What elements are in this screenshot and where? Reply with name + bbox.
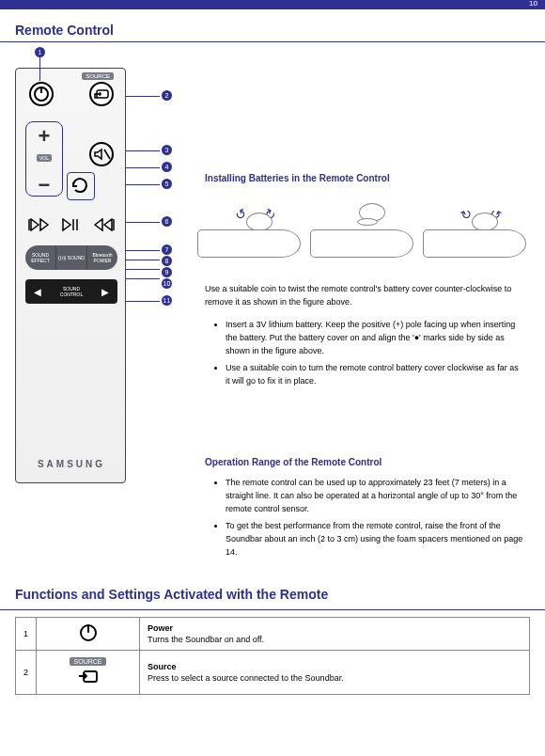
power-button[interactable] [29,82,54,106]
left-arrow-button[interactable]: ◀ [25,279,50,304]
callout-7: 7 [162,244,172,255]
battery-bullets: Insert a 3V lithium battery. Keep the po… [214,318,524,391]
callout-3: 3 [162,145,172,155]
list-item: Use a suitable coin to turn the remote c… [226,361,524,391]
surround-button[interactable]: ((•)) SOUND [56,245,87,270]
battery-install-title: Installing Batteries in the Remote Contr… [205,173,390,183]
table-row: 2 SOURCE Source Press to select a source… [16,651,530,695]
mode-pill-row: SOUND EFFECT ((•)) SOUND Bluetooth POWER [25,245,117,270]
row-icon-cell: SOURCE [37,651,140,695]
brand-label: SAMSUNG [38,459,105,469]
volume-label: VOL [37,154,52,162]
section-rule [0,41,545,42]
source-label-chip: SOURCE [70,657,107,666]
bluetooth-power-button[interactable]: Bluetooth POWER [87,245,117,270]
source-icon [91,84,112,104]
battery-illustrations: ↺ ↻ ↻ ↺ [197,196,536,276]
battery-step-2 [310,196,413,261]
coin-battery [357,218,378,226]
leader [126,167,160,168]
mute-icon [91,144,112,165]
repeat-button[interactable] [67,172,95,200]
functions-title: Functions and Settings Activated with th… [15,587,328,602]
volume-up-icon: + [39,124,51,149]
range-bullets: The remote control can be used up to app… [214,476,524,562]
callout-10: 10 [162,278,172,289]
repeat-icon [68,173,92,197]
play-pause-button[interactable] [58,216,85,233]
section-title: Remote Control [15,23,114,38]
svg-line-3 [104,150,110,159]
source-label: SOURCE [82,72,114,80]
callout-5: 5 [162,179,172,189]
mute-button[interactable] [89,142,114,166]
list-item: Insert a 3V lithium battery. Keep the po… [226,318,524,361]
functions-rule [0,609,545,610]
callout-2: 2 [162,90,172,101]
page: 10 Remote Control SOURCE + VOL − [0,0,545,756]
sound-control-row: ◀ SOUND CONTROL ▶ [25,279,117,304]
leader [126,150,160,151]
source-icon [76,668,101,686]
battery-step-3: ↻ ↺ [423,196,526,261]
page-number: 10 [529,0,537,8]
remote-body [423,229,526,258]
remote-diagram: SOURCE + VOL − [15,68,126,483]
row-desc: Source Press to select a source connecte… [140,651,530,695]
list-item: The remote control can be used up to app… [226,476,524,519]
battery-coin-text: Use a suitable coin to twist the remote … [205,282,524,308]
leader [126,278,160,279]
row-text: Press to select a source connected to th… [148,673,344,683]
volume-down-icon: − [39,173,51,197]
leader [126,96,160,97]
remote-range-title: Operation Range of the Remote Control [205,457,382,467]
callout-1: 1 [35,47,45,57]
leader [126,301,160,302]
row-desc: Power Turns the Soundbar on and off. [140,618,530,651]
next-button[interactable] [91,216,117,233]
functions-table: 1 Power Turns the Soundbar on and off. 2… [15,617,530,695]
next-icon [93,218,116,231]
volume-rocker[interactable]: + VOL − [25,121,63,197]
right-arrow-button[interactable]: ▶ [93,279,117,304]
sound-effect-button[interactable]: SOUND EFFECT [25,245,56,270]
leader [126,184,160,185]
leader [39,56,40,81]
row-name: Source [148,662,522,671]
battery-cap [246,213,272,231]
prev-button[interactable] [25,216,52,233]
row-name: Power [148,623,522,633]
callout-9: 9 [162,267,172,277]
row-number: 1 [16,618,37,651]
table-row: 1 Power Turns the Soundbar on and off. [16,618,530,651]
list-item: To get the best performance from the rem… [226,519,524,562]
callout-11: 11 [162,295,172,306]
leader [126,269,160,270]
play-pause-icon [60,218,83,231]
sound-control-label: SOUND CONTROL [50,286,93,297]
row-text: Turns the Soundbar on and off. [148,635,264,644]
row-number: 2 [16,651,37,695]
prev-icon [27,218,50,231]
power-icon [31,84,52,104]
callout-8: 8 [162,256,172,266]
transport-row [25,213,117,236]
battery-cap [472,213,498,231]
leader [126,250,160,251]
remote-body [197,229,301,258]
remote-inner: SOURCE + VOL − [22,74,121,479]
leader [126,222,160,223]
remote-body [310,229,413,258]
callout-4: 4 [162,162,172,172]
header-bar: 10 [0,0,545,9]
row-icon-cell [37,618,140,651]
source-button[interactable] [89,82,114,106]
battery-step-1: ↺ ↻ [197,196,301,261]
leader [126,260,160,260]
callout-6: 6 [162,216,172,227]
power-icon [80,624,97,641]
